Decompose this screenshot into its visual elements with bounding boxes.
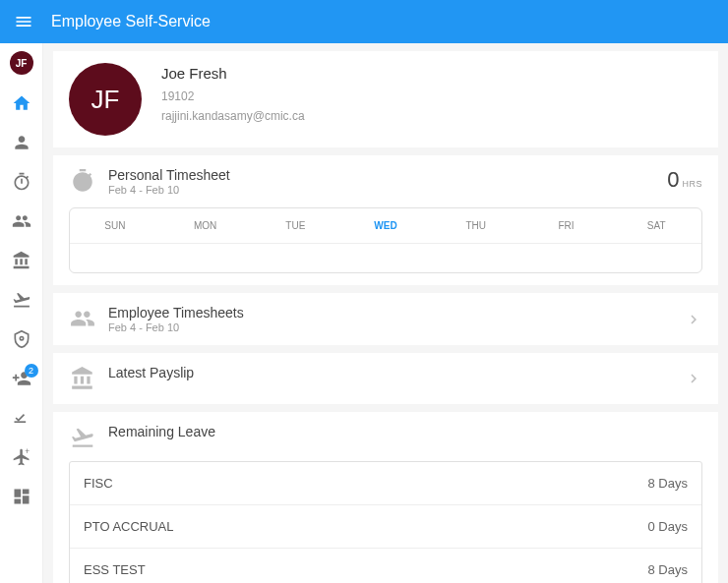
leave-row[interactable]: FISC8 Days bbox=[70, 462, 701, 505]
notify-badge: 2 bbox=[25, 364, 38, 378]
employee-timesheets-card[interactable]: Employee Timesheets Feb 4 - Feb 10 bbox=[53, 293, 718, 345]
shield-icon bbox=[12, 329, 31, 349]
takeoff-icon bbox=[12, 290, 31, 310]
leave-title: Remaining Leave bbox=[108, 424, 702, 439]
timer-icon bbox=[69, 167, 96, 195]
nav-notify[interactable]: 2 bbox=[11, 368, 32, 389]
leave-value: 8 Days bbox=[648, 476, 688, 491]
nav-timesheet[interactable] bbox=[11, 171, 32, 193]
day-wed[interactable]: WED bbox=[340, 208, 431, 243]
week-body[interactable] bbox=[70, 243, 701, 272]
nav-shield[interactable] bbox=[11, 328, 32, 350]
timesheet-title: Personal Timesheet bbox=[108, 167, 667, 183]
payslip-title: Latest Payslip bbox=[108, 365, 685, 380]
leave-row[interactable]: PTO ACCRUAL0 Days bbox=[70, 505, 701, 549]
personal-timesheet-card: Personal Timesheet Feb 4 - Feb 10 0 HRS … bbox=[53, 155, 718, 285]
timesheet-total: 0 bbox=[667, 167, 679, 193]
chevron-right-icon bbox=[685, 370, 702, 387]
profile-avatar: JF bbox=[69, 63, 142, 136]
leave-list: FISC8 DaysPTO ACCRUAL0 DaysESS TEST8 Day… bbox=[69, 461, 702, 583]
emp-ts-title: Employee Timesheets bbox=[108, 305, 685, 321]
leave-label: PTO ACCRUAL bbox=[84, 519, 174, 534]
takeoff-icon bbox=[69, 424, 96, 451]
emp-ts-range: Feb 4 - Feb 10 bbox=[108, 321, 685, 333]
profile-card: JF Joe Fresh 19102 rajjini.kandasamy@cmi… bbox=[53, 51, 718, 147]
bank-icon bbox=[12, 251, 31, 270]
nav-leave[interactable] bbox=[11, 289, 32, 311]
app-title: Employee Self-Service bbox=[51, 13, 211, 30]
leave-value: 8 Days bbox=[648, 562, 688, 577]
profile-name: Joe Fresh bbox=[161, 65, 305, 82]
nav-approve[interactable] bbox=[11, 407, 32, 429]
team-icon bbox=[69, 305, 96, 332]
plane-plus-icon: + bbox=[12, 447, 31, 467]
timesheet-range: Feb 4 - Feb 10 bbox=[108, 184, 667, 196]
person-icon bbox=[12, 133, 31, 152]
svg-text:+: + bbox=[25, 447, 30, 456]
sidebar-avatar[interactable]: JF bbox=[10, 51, 33, 75]
leave-value: 0 Days bbox=[648, 519, 688, 534]
nav-travel[interactable]: + bbox=[11, 446, 32, 468]
profile-email: rajjini.kandasamy@cmic.ca bbox=[161, 109, 305, 123]
nav-dashboard[interactable] bbox=[11, 486, 32, 507]
menu-button[interactable] bbox=[12, 10, 35, 33]
timer-icon bbox=[12, 172, 31, 192]
menu-icon bbox=[14, 12, 33, 31]
nav-bank[interactable] bbox=[11, 250, 32, 271]
week-calendar: SUNMONTUEWEDTHUFRISAT bbox=[69, 207, 702, 273]
team-icon bbox=[12, 211, 31, 231]
day-sat[interactable]: SAT bbox=[611, 208, 701, 243]
dashboard-icon bbox=[12, 487, 31, 506]
bank-icon bbox=[69, 365, 96, 392]
svg-point-0 bbox=[20, 337, 23, 340]
profile-id: 19102 bbox=[161, 89, 305, 103]
nav-home[interactable] bbox=[11, 92, 32, 114]
nav-team[interactable] bbox=[11, 210, 32, 232]
day-sun[interactable]: SUN bbox=[70, 208, 160, 243]
day-tue[interactable]: TUE bbox=[250, 208, 340, 243]
home-icon bbox=[12, 93, 31, 113]
main-content: JF Joe Fresh 19102 rajjini.kandasamy@cmi… bbox=[43, 43, 728, 583]
leave-label: FISC bbox=[84, 476, 113, 491]
day-fri[interactable]: FRI bbox=[521, 208, 612, 243]
app-bar: Employee Self-Service bbox=[0, 0, 728, 43]
check-icon bbox=[12, 408, 31, 428]
day-mon[interactable]: MON bbox=[160, 208, 251, 243]
remaining-leave-card: Remaining Leave FISC8 DaysPTO ACCRUAL0 D… bbox=[53, 412, 718, 583]
nav-profile[interactable] bbox=[11, 132, 32, 153]
latest-payslip-card[interactable]: Latest Payslip bbox=[53, 353, 718, 404]
timesheet-unit: HRS bbox=[682, 179, 702, 189]
sidebar: JF 2 + bbox=[0, 43, 43, 583]
leave-row[interactable]: ESS TEST8 Days bbox=[70, 549, 701, 583]
day-thu[interactable]: THU bbox=[431, 208, 521, 243]
chevron-right-icon bbox=[685, 311, 702, 328]
leave-label: ESS TEST bbox=[84, 562, 146, 577]
